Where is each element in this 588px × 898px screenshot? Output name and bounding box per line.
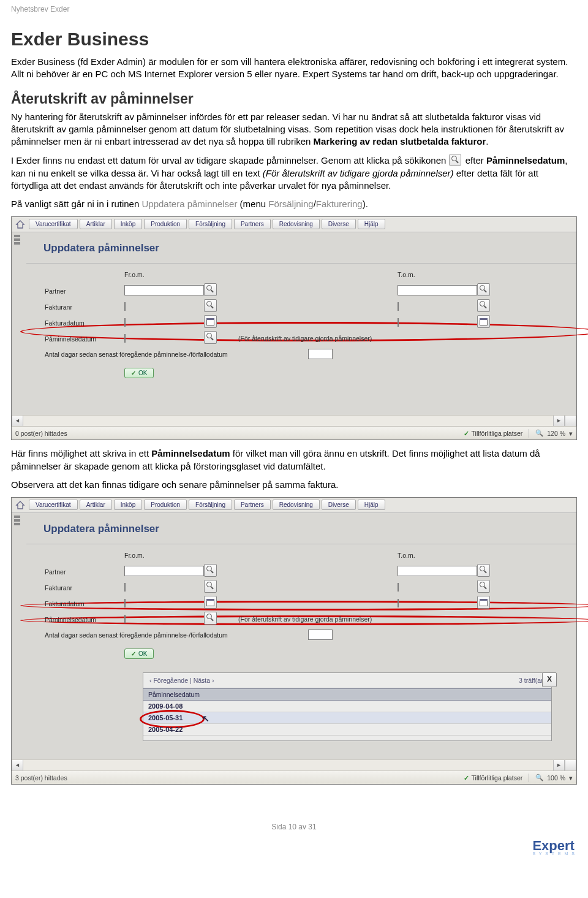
menu-item[interactable]: Hjälp (358, 219, 385, 229)
label-partner: Partner (45, 286, 124, 295)
status-left: 0 post(er) hittades (15, 430, 67, 437)
screenshot-panel-2: Varucertifikat Artiklar Inköp Produktion… (11, 497, 577, 785)
popup-row[interactable]: 2005-05-31 ↖ (143, 712, 551, 724)
magnify-icon[interactable] (477, 564, 490, 577)
check-icon: ✓ (131, 370, 136, 376)
status-left: 3 post(er) hittades (15, 774, 67, 782)
magnify-icon[interactable] (477, 299, 490, 312)
ok-button[interactable]: ✓OK (124, 649, 154, 659)
paminnelsedatum-input[interactable] (124, 334, 126, 343)
ok-button[interactable]: ✓OK (124, 368, 154, 378)
col-header-to: T.o.m. (398, 271, 477, 278)
magnify-icon[interactable] (204, 580, 217, 593)
partner-from-input[interactable] (124, 566, 204, 576)
home-icon[interactable] (15, 501, 25, 509)
label-fakturadatum: Fakturadatum (45, 318, 124, 327)
scroll-right-icon[interactable]: ► (553, 760, 565, 771)
check-icon: ✓ (464, 430, 469, 437)
fakturadatum-from-input[interactable] (124, 599, 126, 607)
magnify-icon[interactable] (204, 331, 217, 344)
popup-prev[interactable]: ‹ Föregående (149, 677, 188, 684)
section-heading: Återutskrift av påminnelser (11, 91, 577, 107)
intro-paragraph: Exder Business (fd Exder Admin) är modul… (11, 56, 577, 81)
zoom-control[interactable]: 🔍120 %▾ (535, 429, 573, 437)
body-paragraph: Observera att det kan finnas tidigare oc… (11, 479, 577, 491)
magnify-icon[interactable] (204, 564, 217, 577)
menu-item[interactable]: Försäljning (189, 219, 232, 229)
antal-dagar-input[interactable] (308, 349, 333, 359)
label-fakturanr: Fakturanr (45, 302, 124, 311)
magnify-icon[interactable] (204, 612, 217, 625)
menu-item[interactable]: Försäljning (189, 500, 232, 510)
label-fakturanr: Fakturanr (45, 583, 124, 592)
menu-item[interactable]: Redovisning (273, 500, 320, 510)
screenshot-panel-1: Varucertifikat Artiklar Inköp Produktion… (11, 216, 577, 440)
partner-from-input[interactable] (124, 285, 204, 295)
sidebar-toggle-icon[interactable] (12, 513, 26, 759)
menu-item[interactable]: Diverse (322, 500, 356, 510)
close-button[interactable]: X (542, 672, 557, 687)
menu-item[interactable]: Partners (234, 219, 271, 229)
menu-item[interactable]: Diverse (322, 219, 356, 229)
popup-row[interactable]: 2005-04-22 (143, 724, 551, 736)
magnify-icon[interactable] (204, 299, 217, 312)
popup-row[interactable]: 2009-04-08 (143, 701, 551, 712)
label-antal-dagar: Antal dagar sedan senast föregående påmi… (45, 349, 308, 358)
fakturadatum-to-input[interactable] (398, 318, 399, 327)
horizontal-scrollbar[interactable]: ◄ ► (12, 415, 576, 426)
magnify-icon[interactable] (204, 283, 217, 296)
magnify-icon[interactable] (477, 283, 490, 296)
label-partner: Partner (45, 567, 124, 576)
col-header-from: Fr.o.m. (124, 271, 204, 278)
menu-item[interactable]: Produktion (144, 219, 187, 229)
menu-item[interactable]: Inköp (114, 219, 142, 229)
menu-item[interactable]: Varucertifikat (29, 500, 78, 510)
panel-title: Uppdatera påminnelser (26, 232, 576, 264)
page-title: Exder Business (11, 29, 577, 50)
cursor-icon: ↖ (202, 713, 209, 723)
popup-hits: 3 träff(ar) (519, 677, 545, 684)
horizontal-scrollbar[interactable]: ◄ ► (12, 759, 576, 771)
sidebar-toggle-icon[interactable] (12, 232, 26, 415)
calendar-icon[interactable] (477, 596, 490, 609)
menu-bar: Varucertifikat Artiklar Inköp Produktion… (29, 219, 573, 232)
calendar-icon[interactable] (477, 315, 490, 328)
zoom-control[interactable]: 🔍100 %▾ (535, 774, 573, 782)
scroll-right-icon[interactable]: ► (553, 416, 565, 426)
menu-item[interactable]: Hjälp (358, 500, 385, 510)
home-icon[interactable] (15, 220, 25, 229)
menu-item[interactable]: Inköp (114, 500, 142, 510)
check-icon: ✓ (464, 774, 469, 782)
paminnelsedatum-input[interactable] (124, 615, 126, 623)
popup-next[interactable]: Nästa › (194, 677, 214, 684)
page-footer: Sida 10 av 31 (0, 810, 588, 834)
calendar-icon[interactable] (204, 315, 217, 328)
status-bar: 3 post(er) hittades ✓Tillförlitliga plat… (12, 771, 576, 784)
menu-item[interactable]: Varucertifikat (29, 219, 78, 229)
scroll-left-icon[interactable]: ◄ (12, 416, 23, 426)
fakturanr-to-input[interactable] (398, 583, 399, 592)
body-paragraph: På vanligt sätt går ni in i rutinen Uppd… (11, 198, 577, 210)
menu-item[interactable]: Produktion (144, 500, 187, 510)
status-bar: 0 post(er) hittades ✓Tillförlitliga plat… (12, 426, 576, 439)
fakturadatum-from-input[interactable] (124, 318, 126, 327)
menu-item[interactable]: Artiklar (80, 219, 112, 229)
magnify-icon[interactable] (477, 580, 490, 593)
label-antal-dagar: Antal dagar sedan senast föregående påmi… (45, 630, 308, 639)
menu-item[interactable]: Artiklar (80, 500, 112, 510)
running-header: Nyhetsbrev Exder (11, 0, 577, 29)
partner-to-input[interactable] (398, 285, 477, 295)
scroll-left-icon[interactable]: ◄ (12, 760, 23, 771)
body-paragraph: I Exder finns nu endast ett datum för ur… (11, 154, 577, 192)
menu-item[interactable]: Redovisning (273, 219, 320, 229)
field-note: (För återutskrift av tidigare gjorda påm… (238, 335, 398, 342)
col-header-from: Fr.o.m. (124, 552, 204, 559)
fakturadatum-to-input[interactable] (398, 599, 399, 607)
fakturanr-to-input[interactable] (398, 302, 399, 311)
calendar-icon[interactable] (204, 596, 217, 609)
antal-dagar-input[interactable] (308, 630, 333, 640)
fakturanr-from-input[interactable] (124, 302, 126, 311)
partner-to-input[interactable] (398, 566, 477, 576)
fakturanr-from-input[interactable] (124, 583, 126, 592)
menu-item[interactable]: Partners (234, 500, 271, 510)
